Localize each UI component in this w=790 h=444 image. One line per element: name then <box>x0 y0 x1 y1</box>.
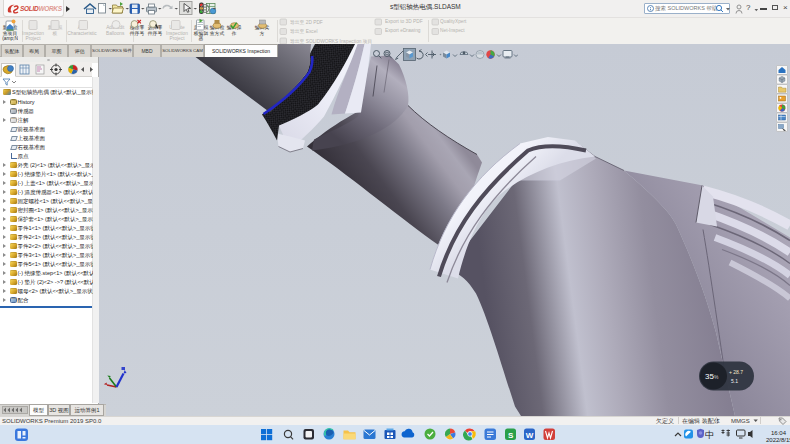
svg-text:中: 中 <box>705 429 714 439</box>
svg-text:+ 28.7: + 28.7 <box>729 368 743 374</box>
svg-text:S: S <box>508 430 514 439</box>
svg-text:2022/8/15: 2022/8/15 <box>766 436 790 442</box>
svg-text:%: % <box>714 373 719 379</box>
svg-text:W: W <box>526 430 534 439</box>
svg-text:16:04: 16:04 <box>771 429 787 435</box>
svg-text:5.1: 5.1 <box>731 377 738 383</box>
